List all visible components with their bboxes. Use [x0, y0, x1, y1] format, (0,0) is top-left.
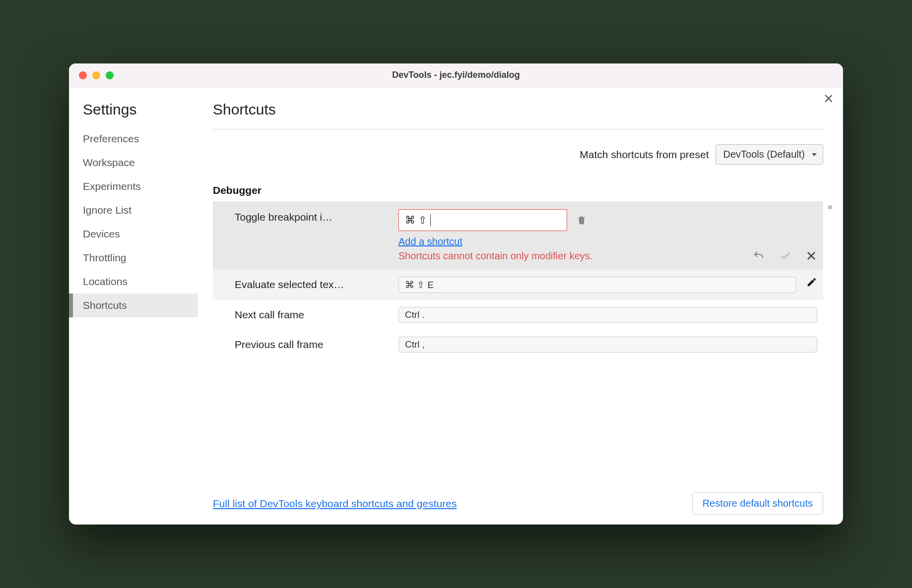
restore-defaults-button[interactable]: Restore default shortcuts — [692, 492, 823, 515]
keyboard-shortcut: ⌘ ⇧ E — [398, 277, 796, 293]
trash-icon[interactable] — [576, 214, 587, 226]
window-title: DevTools - jec.fyi/demo/dialog — [69, 70, 843, 80]
keyboard-shortcut: Ctrl , — [398, 337, 817, 353]
main-panel: ✕ Shortcuts Match shortcuts from preset … — [198, 87, 843, 525]
shortcut-keys-column: ⌘ ⇧ E — [398, 277, 796, 293]
cancel-icon[interactable] — [805, 250, 817, 262]
sidebar-item-preferences[interactable]: Preferences — [69, 127, 198, 151]
sidebar-item-devices[interactable]: Devices — [69, 222, 198, 246]
shortcut-input-row: ⌘ ⇧ — [398, 209, 742, 231]
sidebar-heading: Settings — [69, 101, 198, 127]
scrollbar-thumb[interactable] — [828, 205, 832, 209]
shortcut-error-message: Shortcuts cannot contain only modifier k… — [398, 250, 637, 262]
sidebar-item-locations[interactable]: Locations — [69, 270, 198, 294]
devtools-window: DevTools - jec.fyi/demo/dialog Settings … — [69, 63, 843, 525]
edit-icon[interactable] — [806, 277, 817, 288]
preset-row: Match shortcuts from preset DevTools (De… — [213, 144, 823, 165]
shortcut-list: Toggle breakpoint i… ⌘ ⇧ Add a shortcut — [213, 201, 823, 359]
shortcut-keys-column: Ctrl . — [398, 307, 817, 323]
full-list-link[interactable]: Full list of DevTools keyboard shortcuts… — [213, 498, 456, 510]
shortcut-row-editing: Toggle breakpoint i… ⌘ ⇧ Add a shortcut — [213, 201, 823, 270]
shortcut-edit-column: ⌘ ⇧ Add a shortcut Shortcuts cannot cont… — [398, 209, 742, 262]
preset-label: Match shortcuts from preset — [580, 149, 709, 161]
sidebar-item-ignore-list[interactable]: Ignore List — [69, 198, 198, 222]
shortcut-label: Next call frame — [235, 307, 389, 321]
section-heading: Debugger — [213, 184, 823, 196]
preset-value: DevTools (Default) — [723, 149, 805, 160]
add-shortcut-link[interactable]: Add a shortcut — [398, 236, 742, 247]
sidebar-item-throttling[interactable]: Throttling — [69, 246, 198, 270]
shortcut-row: Evaluate selected tex… ⌘ ⇧ E — [213, 270, 823, 300]
page-title: Shortcuts — [213, 101, 823, 129]
shortcut-row: Previous call frame Ctrl , — [213, 330, 823, 359]
sidebar-item-shortcuts[interactable]: Shortcuts — [69, 294, 198, 317]
sidebar-item-experiments[interactable]: Experiments — [69, 175, 198, 198]
shortcut-input-keys: ⌘ ⇧ — [405, 214, 427, 226]
sidebar: Settings Preferences Workspace Experimen… — [69, 87, 198, 525]
close-icon[interactable]: ✕ — [823, 92, 834, 105]
shortcut-label: Toggle breakpoint i… — [235, 209, 389, 223]
shortcut-label: Evaluate selected tex… — [235, 277, 389, 291]
footer: Full list of DevTools keyboard shortcuts… — [213, 482, 823, 515]
preset-dropdown[interactable]: DevTools (Default) — [716, 144, 823, 165]
content: Settings Preferences Workspace Experimen… — [69, 87, 843, 525]
confirm-icon[interactable] — [779, 250, 792, 262]
shortcut-label: Previous call frame — [235, 337, 389, 351]
titlebar: DevTools - jec.fyi/demo/dialog — [69, 63, 843, 87]
shortcut-keys-column: Ctrl , — [398, 337, 817, 353]
undo-icon[interactable] — [752, 250, 766, 262]
keyboard-shortcut: Ctrl . — [398, 307, 817, 323]
edit-actions — [752, 250, 817, 262]
text-caret — [430, 214, 431, 226]
shortcut-row: Next call frame Ctrl . — [213, 300, 823, 330]
shortcut-input[interactable]: ⌘ ⇧ — [398, 209, 567, 231]
sidebar-item-workspace[interactable]: Workspace — [69, 151, 198, 175]
